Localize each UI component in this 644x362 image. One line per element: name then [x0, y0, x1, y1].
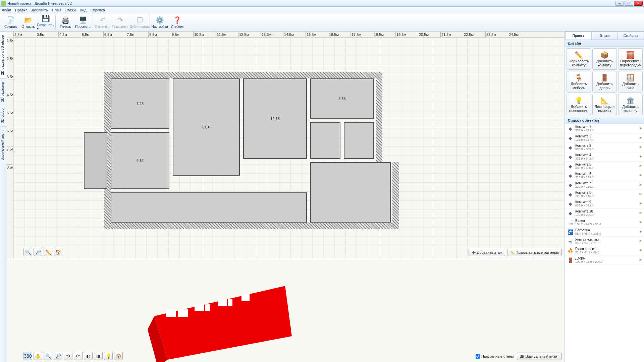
- add-floor-button[interactable]: ➕ Добавить этаж: [469, 249, 505, 256]
- toolbar-Открыть[interactable]: 📂Открыть: [19, 14, 37, 31]
- room-hall[interactable]: [111, 192, 307, 223]
- object-item[interactable]: 🚽Унитаз компакт35.6 x 56.5 x 71.2👁: [565, 237, 644, 246]
- room-4[interactable]: 6,33: [310, 78, 374, 119]
- object-item[interactable]: ◆Комната 4335.0 x 642.0👁: [565, 152, 644, 162]
- visibility-icon[interactable]: 👁: [639, 211, 642, 215]
- rotate-left-icon[interactable]: ⟲: [64, 352, 72, 360]
- visibility-icon[interactable]: 👁: [639, 183, 642, 187]
- object-item[interactable]: 🔥Газовая плита51.0 x 62.1 x 86.9👁: [565, 246, 644, 255]
- right-tab-Свойства[interactable]: Свойства: [618, 32, 644, 40]
- design-Лестницы и вырезы[interactable]: 📐Лестницы и вырезы: [592, 94, 617, 115]
- menu-План[interactable]: План: [52, 8, 61, 12]
- view-a-icon[interactable]: ◐: [84, 352, 93, 360]
- menu-Добавить[interactable]: Добавить: [32, 8, 48, 12]
- right-tabs: ПроектЭтажиСвойства: [565, 32, 644, 40]
- visibility-icon[interactable]: 👁: [639, 192, 642, 196]
- rotate-right-icon[interactable]: ⟳: [74, 352, 83, 360]
- visibility-icon[interactable]: 👁: [639, 202, 642, 205]
- object-item[interactable]: ◆Комната 3305.0 x 365.0👁: [565, 143, 644, 152]
- menu-Правка[interactable]: Правка: [15, 8, 28, 12]
- menu-Вид[interactable]: Вид: [80, 8, 87, 12]
- object-item[interactable]: ◆Комната 8220.0 x 116.0👁: [565, 190, 644, 199]
- right-tab-Проект[interactable]: Проект: [565, 32, 591, 40]
- design-Нарисовать комнату[interactable]: ✏️Нарисовать комнату: [567, 48, 591, 70]
- object-item[interactable]: ◆Комната 2135.0 x 177.0👁: [565, 133, 644, 143]
- show-dimensions-button[interactable]: 📏 Показывать все размеры: [507, 249, 562, 256]
- menu-Этажи[interactable]: Этажи: [65, 8, 75, 12]
- view-b-icon[interactable]: ◑: [94, 352, 103, 360]
- object-item[interactable]: 🚪Дверь100.0 x 15.0 x 200.0👁: [565, 255, 644, 265]
- minimize-button[interactable]: ─: [615, 1, 624, 6]
- visibility-icon[interactable]: 👁: [639, 174, 642, 177]
- home-icon[interactable]: 🏠: [54, 248, 62, 256]
- menu-Справка[interactable]: Справка: [91, 8, 105, 12]
- toolbar-Учебник[interactable]: ❓Учебник: [168, 14, 186, 31]
- design-Добавить дверь[interactable]: 🚪Добавить дверь: [592, 71, 617, 93]
- view-3d-area[interactable]: 360 ✋ 🔍 🔎 ⟲ ⟳ ◐ ◑ 💡 🏠 Прозрачные стены 🎥…: [7, 259, 565, 362]
- zoom-out-icon[interactable]: 🔍: [44, 352, 52, 360]
- design-Нарисовать перегородку[interactable]: 🧱Нарисовать перегородку: [618, 48, 643, 70]
- design-Добавить мебель[interactable]: 🪑Добавить мебель: [567, 71, 591, 93]
- light-icon[interactable]: 💡: [104, 352, 113, 360]
- pan-icon[interactable]: ✋: [34, 352, 42, 360]
- design-Добавить комнату[interactable]: 📦Добавить комнату: [592, 48, 617, 70]
- room-ext[interactable]: [310, 162, 391, 223]
- visibility-icon[interactable]: 👁: [639, 145, 642, 149]
- house-3d-model[interactable]: [148, 276, 292, 362]
- visibility-icon[interactable]: 👁: [639, 164, 642, 168]
- design-Добавить окно[interactable]: 🪟Добавить окно: [618, 71, 643, 93]
- toolbar-Просмотр[interactable]: 🖥️Просмотр: [74, 14, 92, 31]
- object-item[interactable]: ◆Комната 1305.0 x 292.0👁: [565, 124, 644, 133]
- room-5[interactable]: 9,52: [111, 132, 169, 189]
- visibility-icon[interactable]: 👁: [639, 221, 642, 224]
- toolbar-Настройки[interactable]: ⚙️Настройки: [151, 14, 168, 31]
- home-icon[interactable]: 🏠: [114, 352, 123, 360]
- object-item[interactable]: ◆Комната 5303.0 x 480.0👁: [565, 162, 644, 171]
- room-small[interactable]: [310, 122, 340, 159]
- zoom-in-icon[interactable]: 🔎: [34, 248, 42, 256]
- menu-Файл[interactable]: Файл: [2, 8, 11, 12]
- object-item[interactable]: ◆Комната 7220.0 x 159.0👁: [565, 180, 644, 190]
- object-list[interactable]: ◆Комната 1305.0 x 292.0👁◆Комната 2135.0 …: [565, 124, 644, 362]
- left-tab-3[interactable]: Виртуальный визит: [0, 126, 7, 164]
- draw-icon[interactable]: ✏️: [44, 248, 52, 256]
- object-item[interactable]: ◆Комната 9603.0 x 382.0👁: [565, 199, 644, 208]
- object-item[interactable]: 🚰Раковина55.0 x 45.0 x 108.4👁: [565, 227, 644, 237]
- left-tab-2[interactable]: 3D-обзор: [0, 105, 7, 126]
- visibility-icon[interactable]: 👁: [639, 155, 642, 159]
- plan-2d-area[interactable]: 2.5м3.5м4.5м5.5м6.5м7.5м8.5м9.5м10.5м11.…: [7, 32, 565, 259]
- room-1[interactable]: 7,28: [111, 78, 169, 129]
- visibility-icon[interactable]: 👁: [639, 258, 642, 262]
- toolbar-Повторить: ↷Повторить: [111, 14, 129, 31]
- svg-rect-3: [178, 309, 188, 317]
- zoom-in-icon[interactable]: 🔎: [54, 352, 62, 360]
- visibility-icon[interactable]: 👁: [639, 249, 642, 252]
- visibility-icon[interactable]: 👁: [639, 239, 642, 243]
- design-Добавить колонну[interactable]: 🏛️Добавить колонну: [618, 94, 643, 115]
- section-design: Дизайн: [565, 40, 644, 47]
- visibility-icon[interactable]: 👁: [639, 136, 642, 140]
- transparent-walls-checkbox[interactable]: Прозрачные стены: [476, 354, 514, 359]
- maximize-button[interactable]: ❐: [625, 1, 633, 6]
- design-Добавить освещение[interactable]: 💡Добавить освещение: [567, 94, 591, 115]
- visibility-icon[interactable]: 👁: [639, 127, 642, 130]
- toolbar-Создать[interactable]: 📄Создать: [2, 14, 19, 31]
- room-3[interactable]: 12,15: [243, 78, 307, 159]
- room-2[interactable]: 18,91: [173, 78, 240, 176]
- left-tabs: 2D-редактор и 3D-обзор2D-редактор3D-обзо…: [0, 32, 7, 362]
- balcony[interactable]: [84, 132, 107, 189]
- object-item[interactable]: ◆Комната 10140.0 x 296.0👁: [565, 208, 644, 218]
- object-item[interactable]: 🛁Ванна154.2 x 67.5 x 50.4👁: [565, 218, 644, 227]
- rotate-360-icon[interactable]: 360: [23, 352, 32, 360]
- left-tab-1[interactable]: 2D-редактор: [0, 78, 7, 105]
- room-small[interactable]: [344, 122, 374, 159]
- left-tab-0[interactable]: 2D-редактор и 3D-обзор: [0, 32, 7, 78]
- object-item[interactable]: ◆Комната 6315.0 x 275.0👁: [565, 171, 644, 180]
- right-tab-Этажи[interactable]: Этажи: [591, 32, 618, 40]
- close-button[interactable]: ✕: [634, 1, 643, 6]
- virtual-visit-button[interactable]: 🎥 Виртуальный визит: [517, 353, 562, 360]
- toolbar-Печать[interactable]: 🖨️Печать: [57, 14, 74, 31]
- toolbar-Сохранить[interactable]: 💾Сохранить ▾: [37, 14, 54, 31]
- visibility-icon[interactable]: 👁: [639, 230, 642, 234]
- zoom-out-icon[interactable]: 🔍: [23, 248, 32, 256]
